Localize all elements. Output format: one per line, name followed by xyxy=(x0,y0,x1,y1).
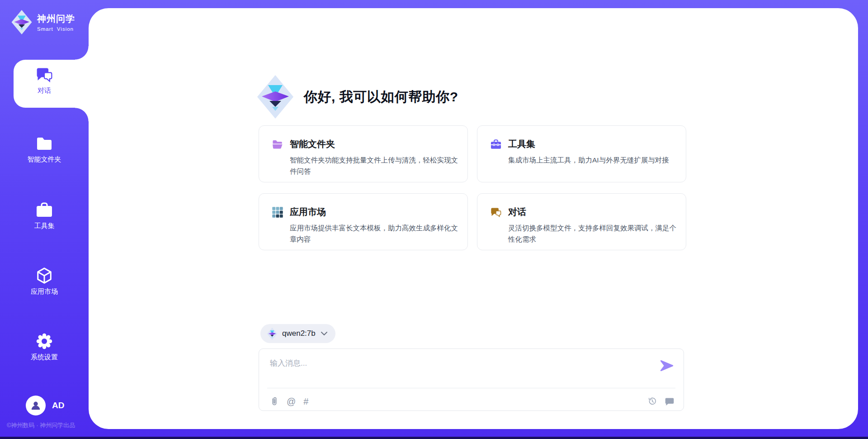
attach-button[interactable] xyxy=(270,396,279,407)
folder-open-icon xyxy=(272,138,283,150)
history-icon xyxy=(647,396,657,406)
chat-icon xyxy=(35,66,53,83)
card-title: 智能文件夹 xyxy=(290,138,335,150)
chevron-down-icon xyxy=(321,332,327,335)
feedback-button[interactable] xyxy=(665,396,675,406)
copyright-text: ©神州数码 · 神州问学出品 xyxy=(7,421,75,429)
tab-fillet-top xyxy=(75,46,89,60)
chat-icon xyxy=(490,206,502,218)
folder-icon xyxy=(35,135,53,152)
greeting: 你好, 我可以如何帮助你? xyxy=(257,75,458,119)
card-smart-folder[interactable]: 智能文件夹 智能文件夹功能支持批量文件上传与清洗，轻松实现文件问答 xyxy=(259,125,468,182)
sidebar: 神州问学 Smart Vision 对话 智能文件夹 工具集 应用市场 系统设置 xyxy=(0,0,89,439)
card-toolset[interactable]: 工具集 集成市场上主流工具，助力AI与外界无缝扩展与对接 xyxy=(477,125,686,182)
tab-fillet-bottom xyxy=(75,108,89,121)
avatar xyxy=(26,396,46,415)
composer-toolbar: @ # xyxy=(259,392,684,410)
sidebar-item-label: 应用市场 xyxy=(0,287,89,296)
paperclip-icon xyxy=(270,396,279,407)
card-app-market[interactable]: 应用市场 应用市场提供丰富长文本模板，助力高效生成多样化文章内容 xyxy=(259,193,468,250)
brand-text: 神州问学 Smart Vision xyxy=(37,13,75,32)
sidebar-item-label: 智能文件夹 xyxy=(0,155,89,164)
sidebar-item-toolset[interactable]: 工具集 xyxy=(0,201,89,230)
card-title: 工具集 xyxy=(508,138,535,150)
mention-icon: @ xyxy=(287,397,296,406)
hashtag-icon: # xyxy=(303,397,308,406)
toolbox-icon xyxy=(35,201,53,219)
card-description: 智能文件夹功能支持批量文件上传与清洗，轻松实现文件问答 xyxy=(290,154,459,177)
brand-subtitle: Smart Vision xyxy=(37,26,75,32)
brand-diamond-icon xyxy=(257,75,294,119)
model-name: qwen2:7b xyxy=(282,329,316,338)
greeting-text: 你好, 我可以如何帮助你? xyxy=(304,88,458,106)
model-diamond-icon xyxy=(267,328,278,340)
brand-diamond-icon xyxy=(11,10,33,34)
history-button[interactable] xyxy=(647,396,657,406)
model-selector[interactable]: qwen2:7b xyxy=(260,324,335,343)
sidebar-item-label: 工具集 xyxy=(0,222,89,230)
card-description: 灵活切换多模型文件，支持多样回复效果调试，满足个性化需求 xyxy=(508,222,678,245)
card-title: 应用市场 xyxy=(290,206,326,218)
cube-icon xyxy=(35,267,53,284)
send-icon xyxy=(660,360,674,372)
sidebar-item-app-market[interactable]: 应用市场 xyxy=(0,267,89,296)
mention-button[interactable]: @ xyxy=(287,397,296,406)
sidebar-item-label: 对话 xyxy=(0,86,89,95)
card-description: 集成市场上主流工具，助力AI与外界无缝扩展与对接 xyxy=(508,154,678,166)
user-account[interactable]: AD xyxy=(26,396,64,415)
bottom-edge-strip xyxy=(0,437,868,439)
card-description: 应用市场提供丰富长文本模板，助力高效生成多样化文章内容 xyxy=(290,222,459,245)
chat-filled-icon xyxy=(665,396,675,406)
message-composer: @ # xyxy=(259,348,684,411)
sidebar-item-smart-folder[interactable]: 智能文件夹 xyxy=(0,135,89,164)
card-title: 对话 xyxy=(508,206,526,218)
sidebar-item-chat[interactable]: 对话 xyxy=(0,66,89,95)
grid-icon xyxy=(272,206,283,218)
brand-name: 神州问学 xyxy=(37,13,75,25)
sidebar-item-label: 系统设置 xyxy=(0,353,89,362)
hashtag-button[interactable]: # xyxy=(303,397,308,406)
composer-divider xyxy=(267,388,675,388)
main-panel: 你好, 我可以如何帮助你? 智能文件夹 智能文件夹功能支持批量文件上传与清洗，轻… xyxy=(89,8,858,429)
brand-logo: 神州问学 Smart Vision xyxy=(11,10,75,34)
user-initials: AD xyxy=(52,401,64,410)
card-chat[interactable]: 对话 灵活切换多模型文件，支持多样回复效果调试，满足个性化需求 xyxy=(477,193,686,250)
feature-cards: 智能文件夹 智能文件夹功能支持批量文件上传与清洗，轻松实现文件问答 工具集 集成… xyxy=(259,125,686,250)
toolbox-icon xyxy=(490,138,502,150)
person-icon xyxy=(30,400,42,411)
sidebar-item-settings[interactable]: 系统设置 xyxy=(0,333,89,362)
message-input[interactable] xyxy=(259,349,648,385)
gear-icon xyxy=(35,333,53,350)
send-button[interactable] xyxy=(660,359,675,372)
